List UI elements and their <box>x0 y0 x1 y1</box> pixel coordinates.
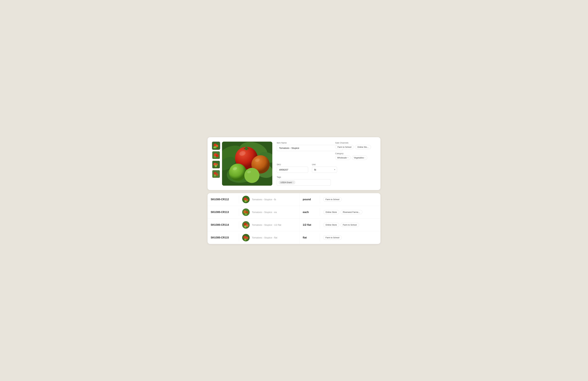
cell-unit-1: pound <box>300 195 320 204</box>
unit-select-wrapper: lb ea flat 1/2 flat oz kg ▾ <box>312 167 337 173</box>
channel-farm-to-school-4[interactable]: Farm to School <box>323 235 342 240</box>
cell-sku-3: SKU300-CR114 <box>208 221 239 229</box>
sale-channels-section: Sale Channels Farm to School Online Sto.… <box>335 142 376 149</box>
channel-farm-to-school-1[interactable]: Farm to School <box>323 197 342 202</box>
sku-value-4: SKU300-CR115 <box>211 236 229 239</box>
svg-point-32 <box>229 164 246 181</box>
product-thumb-3 <box>242 221 250 229</box>
tag-chip-usda: USDA Grant × <box>279 181 295 184</box>
svg-point-8 <box>214 156 216 158</box>
table-row: SKU300-CR115 Tomatoes - Stupice - flat f… <box>208 231 380 244</box>
table-card: SKU300-CR112 Tomatoes - Stupice - lb pou… <box>208 193 380 244</box>
unit-label: Unit <box>312 163 337 166</box>
svg-point-47 <box>244 225 246 228</box>
svg-point-7 <box>216 154 219 157</box>
product-thumb-1 <box>242 196 250 203</box>
product-thumb-4 <box>242 234 250 241</box>
category-wholesale-label: Wholesale <box>337 157 347 159</box>
channel-online-store-3[interactable]: Online Store <box>323 223 339 227</box>
cell-sku-4: SKU300-CR115 <box>208 234 239 242</box>
cell-unit-4: flat <box>300 233 320 242</box>
category-section: Category Wholesale × Vegetables › <box>335 152 376 160</box>
svg-point-51 <box>244 238 246 241</box>
cell-sku-1: SKU300-CR112 <box>208 195 239 203</box>
svg-point-39 <box>245 200 247 202</box>
item-name-group: Item Name <box>277 142 331 160</box>
product-name-2: Tomatoes - Stupice - ea <box>252 211 277 213</box>
category-vegetables-label: Vegetables <box>354 157 364 159</box>
cell-channels-4: Farm to School <box>320 233 380 242</box>
thumbnail-2[interactable] <box>212 151 220 159</box>
cell-channels-3: Online Store Farm to School <box>320 220 380 230</box>
table-row: SKU300-CR114 Tomatoes - Stupice - 1/2 fl… <box>208 219 380 231</box>
unit-select[interactable]: lb ea flat 1/2 flat oz kg <box>312 167 337 173</box>
item-name-input[interactable] <box>277 145 343 151</box>
svg-point-4 <box>213 147 215 148</box>
sku-group: SKU <box>277 163 308 173</box>
channel-riverwest-2[interactable]: Riverwest Farme... <box>340 210 362 214</box>
channel-chip-farm-to-school[interactable]: Farm to School <box>335 145 354 149</box>
cell-product-3: Tomatoes - Stupice - 1/2 flat <box>239 219 300 231</box>
category-chip-wholesale: Wholesale × <box>335 156 351 160</box>
product-thumb-2 <box>242 209 250 216</box>
channel-online-store-2[interactable]: Online Store <box>323 210 339 214</box>
channel-farm-to-school-3[interactable]: Farm to School <box>340 223 359 227</box>
image-section <box>212 142 272 186</box>
svg-point-15 <box>216 173 218 176</box>
sale-channels-label: Sale Channels <box>335 142 376 144</box>
sku-unit-row: SKU Unit lb ea flat 1/2 flat oz kg <box>277 163 331 173</box>
thumbnail-4[interactable] <box>212 170 220 178</box>
sku-label: SKU <box>277 163 308 166</box>
category-vegetables-remove[interactable]: › <box>365 157 365 159</box>
thumbnail-1[interactable] <box>212 142 220 150</box>
cell-sku-2: SKU300-CR113 <box>208 208 239 216</box>
sku-value-1: SKU300-CR112 <box>211 198 229 201</box>
channel-chip-online-store[interactable]: Online Sto... <box>355 145 371 149</box>
product-name-3: Tomatoes - Stupice - 1/2 flat <box>252 224 281 226</box>
table-row: SKU300-CR113 Tomatoes - Stupice - ea eac… <box>208 206 380 219</box>
cell-product-2: Tomatoes - Stupice - ea <box>239 206 300 218</box>
unit-group: Unit lb ea flat 1/2 flat oz kg ▾ <box>312 163 337 173</box>
svg-point-12 <box>215 165 217 167</box>
cell-unit-3: 1/2 flat <box>300 221 320 229</box>
right-section: Sale Channels Farm to School Online Sto.… <box>335 142 376 186</box>
unit-value-4: flat <box>303 236 307 239</box>
unit-value-3: 1/2 flat <box>303 223 311 226</box>
table-row: SKU300-CR112 Tomatoes - Stupice - lb pou… <box>208 193 380 206</box>
category-chips: Wholesale × Vegetables › <box>335 156 376 160</box>
tag-remove-icon[interactable]: × <box>293 181 294 183</box>
sku-value-2: SKU300-CR113 <box>211 211 229 213</box>
cell-channels-2: Online Store Riverwest Farme... <box>320 208 380 217</box>
form-section: Item Name SKU Unit lb ea flat 1 <box>277 142 331 186</box>
cell-unit-2: each <box>300 208 320 216</box>
tag-label: USDA Grant <box>280 181 292 184</box>
sku-input[interactable] <box>277 167 308 173</box>
main-product-image <box>222 142 272 186</box>
svg-point-16 <box>214 174 216 176</box>
product-name-1: Tomatoes - Stupice - lb <box>252 198 276 201</box>
thumbnail-list <box>212 142 220 186</box>
svg-rect-26 <box>245 147 248 150</box>
unit-value-2: each <box>303 211 309 214</box>
cell-product-1: Tomatoes - Stupice - lb <box>239 193 300 206</box>
product-card: Item Name SKU Unit lb ea flat 1 <box>208 137 380 190</box>
tags-group: Tags USDA Grant × <box>277 176 331 186</box>
category-wholesale-remove[interactable]: × <box>347 157 349 159</box>
cell-channels-1: Farm to School <box>320 195 380 204</box>
category-chip-vegetables: Vegetables › <box>352 156 367 160</box>
product-name-4: Tomatoes - Stupice - flat <box>252 236 277 239</box>
tags-label: Tags <box>277 176 331 178</box>
sku-value-3: SKU300-CR114 <box>211 224 229 226</box>
svg-point-34 <box>244 168 259 183</box>
unit-value-1: pound <box>303 198 311 201</box>
tags-input[interactable]: USDA Grant × <box>277 179 331 186</box>
svg-point-43 <box>245 213 247 215</box>
main-container: Item Name SKU Unit lb ea flat 1 <box>208 137 380 244</box>
category-label: Category <box>335 152 376 155</box>
channel-chips: Farm to School Online Sto... <box>335 145 376 149</box>
item-name-label: Item Name <box>277 142 331 144</box>
thumbnail-3[interactable] <box>212 160 220 169</box>
cell-product-4: Tomatoes - Stupice - flat <box>239 231 300 244</box>
